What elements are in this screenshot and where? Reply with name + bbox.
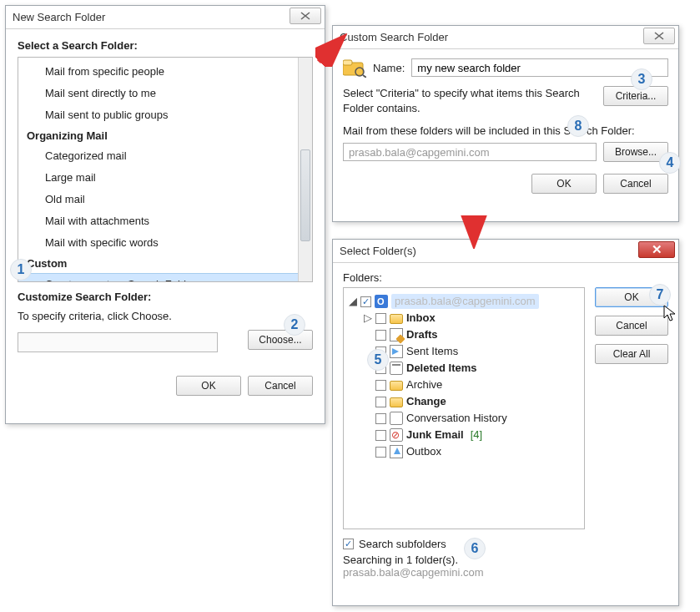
annotation-step-3: 3: [631, 68, 652, 90]
include-label: Mail from these folders will be included…: [343, 124, 668, 137]
dialog-titlebar: New Search Folder: [6, 6, 325, 29]
tree-item-label[interactable]: Conversation History: [406, 411, 507, 426]
inbox-icon: [390, 314, 403, 324]
dialog-titlebar: Select Folder(s) ✕: [333, 240, 678, 263]
tree-row[interactable]: Drafts: [349, 326, 579, 343]
expand-icon[interactable]: ▷: [364, 311, 372, 326]
archive-icon: [390, 381, 403, 391]
junk-icon: [390, 428, 403, 442]
new-search-folder-dialog: New Search Folder Select a Search Folder…: [5, 5, 325, 424]
tree-item-label[interactable]: Drafts: [406, 327, 438, 342]
include-folders-input[interactable]: [343, 143, 597, 161]
close-button[interactable]: [290, 8, 321, 24]
criteria-help-text: Select "Criteria" to specify what items …: [343, 86, 595, 116]
svg-rect-1: [343, 60, 352, 65]
tree-row[interactable]: Conversation History: [349, 410, 579, 427]
outlook-icon: [375, 295, 388, 308]
tree-row[interactable]: Junk Email[4]: [349, 427, 579, 443]
close-icon: [653, 31, 665, 41]
searching-count-text: Searching in 1 folder(s).: [343, 554, 458, 566]
close-icon: [300, 11, 311, 21]
checkbox[interactable]: [375, 413, 386, 424]
folder-tree: ◢ prasab.bala@capgemini.com ▷InboxDrafts…: [343, 287, 585, 529]
list-item[interactable]: Mail sent to public groups: [18, 104, 298, 126]
deleted-icon: [390, 362, 403, 375]
tree-item-label[interactable]: Junk Email: [406, 427, 464, 443]
cancel-button[interactable]: Cancel: [248, 376, 313, 396]
list-item[interactable]: Mail sent directly to me: [18, 83, 298, 104]
annotation-step-5: 5: [367, 349, 389, 371]
annotation-step-8: 8: [567, 115, 589, 137]
ok-button[interactable]: OK: [176, 376, 241, 396]
outbox-icon: [390, 445, 403, 458]
checkbox[interactable]: [375, 313, 386, 324]
criteria-hint: To specify criteria, click Choose.: [18, 310, 172, 322]
clear-all-button[interactable]: Clear All: [595, 344, 668, 364]
checkbox[interactable]: [375, 447, 386, 458]
tree-item-label[interactable]: Outbox: [406, 444, 441, 459]
custom-search-folder-dialog: Custom Search Folder Name: Select "Crite…: [332, 25, 679, 222]
close-button[interactable]: ✕: [638, 241, 675, 258]
tree-row-root[interactable]: ◢ prasab.bala@capgemini.com: [349, 293, 579, 310]
name-input[interactable]: [411, 58, 668, 77]
scrollbar-thumb[interactable]: [300, 149, 310, 241]
annotation-step-1: 1: [10, 259, 32, 281]
tree-item-label[interactable]: Archive: [406, 377, 442, 392]
criteria-button[interactable]: Criteria...: [603, 86, 668, 106]
list-item-create-custom[interactable]: Create a custom Search Folder: [18, 273, 298, 282]
browse-button[interactable]: Browse...: [603, 142, 668, 162]
choose-button[interactable]: Choose...: [248, 330, 313, 350]
search-folder-list: Mail from specific people Mail sent dire…: [18, 57, 313, 282]
tree-row[interactable]: Change: [349, 393, 579, 410]
ok-button[interactable]: OK: [531, 174, 597, 194]
tree-root-label[interactable]: prasab.bala@capgemini.com: [391, 294, 539, 309]
name-label: Name:: [373, 62, 405, 74]
cancel-button[interactable]: Cancel: [603, 174, 668, 194]
list-group-custom: Custom: [18, 254, 298, 273]
select-folders-dialog: Select Folder(s) ✕ Folders: ◢ prasab.bal…: [332, 239, 679, 606]
tree-item-label[interactable]: Sent Items: [406, 344, 458, 359]
tree-row[interactable]: Outbox: [349, 443, 579, 460]
tree-item-label[interactable]: Inbox: [406, 311, 436, 326]
list-group-organizing: Organizing Mail: [18, 126, 298, 145]
cancel-button[interactable]: Cancel: [595, 316, 668, 336]
close-button[interactable]: [643, 28, 675, 44]
list-item[interactable]: Old mail: [18, 189, 298, 210]
dialog-titlebar: Custom Search Folder: [333, 26, 678, 49]
checkbox[interactable]: [375, 330, 386, 341]
list-item[interactable]: Mail from specific people: [18, 61, 298, 83]
close-icon: ✕: [652, 242, 662, 257]
checkbox[interactable]: [360, 296, 371, 307]
drafts-icon: [390, 328, 403, 341]
conv-icon: [390, 412, 403, 425]
checkbox[interactable]: [375, 397, 386, 407]
list-item[interactable]: Mail with attachments: [18, 210, 298, 232]
tree-item-label[interactable]: Change: [406, 394, 446, 409]
tree-row[interactable]: ▷Inbox: [349, 310, 579, 326]
search-folder-icon: [343, 58, 366, 78]
dialog-title: Custom Search Folder: [340, 31, 448, 43]
list-item[interactable]: Large mail: [18, 167, 298, 189]
annotation-step-4: 4: [659, 152, 681, 174]
annotation-step-2: 2: [284, 314, 305, 336]
checkbox[interactable]: [375, 430, 386, 441]
searching-path: prasab.bala@capgemini.com: [343, 566, 484, 579]
tree-item-label[interactable]: Deleted Items: [406, 361, 477, 376]
svg-line-3: [363, 75, 366, 78]
search-subfolders-checkbox[interactable]: [343, 539, 354, 549]
customize-heading: Customize Search Folder:: [18, 291, 313, 303]
select-folder-heading: Select a Search Folder:: [18, 39, 313, 52]
annotation-step-6: 6: [464, 538, 486, 559]
list-item[interactable]: Mail with specific words: [18, 232, 298, 254]
dialog-title: New Search Folder: [13, 11, 105, 23]
tree-row[interactable]: Archive: [349, 377, 579, 393]
checkbox[interactable]: [375, 380, 386, 391]
list-item[interactable]: Categorized mail: [18, 145, 298, 167]
annotation-step-7: 7: [649, 284, 671, 306]
criteria-name-box: [18, 332, 218, 352]
collapse-icon[interactable]: ◢: [349, 294, 357, 309]
dialog-title: Select Folder(s): [340, 245, 416, 257]
scrollbar[interactable]: [298, 58, 312, 281]
cursor-icon: [663, 305, 678, 323]
search-subfolders-label[interactable]: Search subfolders: [359, 538, 446, 550]
